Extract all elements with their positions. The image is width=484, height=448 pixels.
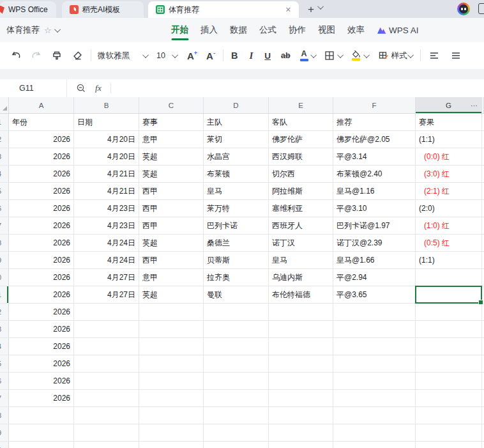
cell-C2[interactable]: 意甲 <box>139 131 204 148</box>
cell-G14[interactable] <box>416 338 482 355</box>
column-header-A[interactable]: A <box>9 97 74 114</box>
cell-E13[interactable] <box>269 321 333 338</box>
cell-F16[interactable] <box>333 373 416 390</box>
cell-F20[interactable] <box>333 442 416 448</box>
cell-B3[interactable]: 4月20日 <box>74 148 139 166</box>
cell-B20[interactable] <box>74 442 139 448</box>
cell-G4[interactable]: (3:0) 红 <box>416 166 482 183</box>
cell-C15[interactable] <box>139 355 204 373</box>
undo-button[interactable] <box>10 50 22 61</box>
cell-D17[interactable] <box>204 390 269 407</box>
cell-B9[interactable]: 4月24日 <box>74 252 139 269</box>
row-header-16[interactable]: 16 <box>0 373 9 390</box>
menu-collaborate[interactable]: 协作 <box>289 18 306 42</box>
borders-chevron-down-icon[interactable] <box>337 52 344 58</box>
cell-E3[interactable]: 西汉姆联 <box>269 148 333 166</box>
cell-C10[interactable]: 意甲 <box>139 269 204 286</box>
redo-button[interactable] <box>31 50 42 61</box>
cell-B10[interactable]: 4月27日 <box>74 269 139 286</box>
cell-F11[interactable]: 平@3.65 <box>333 286 416 304</box>
cell-F4[interactable]: 布莱顿@2.40 <box>333 166 416 183</box>
row-header-9[interactable]: 9 <box>0 252 9 269</box>
cell-G19[interactable] <box>416 424 482 442</box>
cell-D5[interactable]: 皇马 <box>204 183 269 200</box>
cell-G15[interactable] <box>416 355 482 373</box>
cell-G13[interactable] <box>416 321 482 338</box>
cell-F12[interactable] <box>333 304 416 321</box>
cell-D4[interactable]: 布莱顿 <box>204 166 269 183</box>
column-header-C[interactable]: C <box>139 97 204 114</box>
cell-G2[interactable]: (1:1) <box>416 131 482 148</box>
column-header-E[interactable]: E <box>269 97 333 114</box>
cell-C13[interactable] <box>139 321 204 338</box>
row-header-18[interactable]: 18 <box>0 407 9 424</box>
cell-B18[interactable] <box>74 407 139 424</box>
cell-E1[interactable]: 客队 <box>269 114 333 131</box>
window-control-icon[interactable] <box>478 3 484 14</box>
column-header-B[interactable]: B <box>74 97 139 114</box>
more-columns-indicator[interactable]: ⋯ <box>471 101 478 109</box>
row-header-14[interactable]: 14 <box>0 338 9 355</box>
formula-input[interactable] <box>111 79 484 97</box>
cell-E4[interactable]: 切尔西 <box>269 166 333 183</box>
cell-C1[interactable]: 赛事 <box>139 114 204 131</box>
cell-B7[interactable]: 4月23日 <box>74 217 139 235</box>
increase-font-size-button[interactable]: A+ <box>187 51 197 61</box>
menu-wps-ai[interactable]: WPS AI <box>377 18 419 42</box>
file-menu-chevron-down-icon[interactable] <box>54 26 61 33</box>
cell-C4[interactable]: 英超 <box>139 166 204 183</box>
row-header-5[interactable]: 5 <box>0 183 9 200</box>
cell-D18[interactable] <box>204 407 269 424</box>
cell-E16[interactable] <box>269 373 333 390</box>
cell-A19[interactable] <box>9 424 74 442</box>
cell-D11[interactable]: 曼联 <box>204 286 269 304</box>
cell-C18[interactable] <box>139 407 204 424</box>
column-header-D[interactable]: D <box>204 97 269 114</box>
column-header-G[interactable]: G⋯ <box>416 97 482 114</box>
font-color-button[interactable]: A <box>300 50 308 61</box>
cell-D3[interactable]: 水晶宫 <box>204 148 269 166</box>
cell-B14[interactable] <box>74 338 139 355</box>
row-header-2[interactable]: 2 <box>0 131 9 148</box>
cell-C12[interactable] <box>139 304 204 321</box>
cell-F8[interactable]: 诺丁汉@2.39 <box>333 235 416 252</box>
cell-D15[interactable] <box>204 355 269 373</box>
cell-B16[interactable] <box>74 373 139 390</box>
cell-G12[interactable] <box>416 304 482 321</box>
cell-B12[interactable] <box>74 304 139 321</box>
cell-F13[interactable] <box>333 321 416 338</box>
cell-G7[interactable]: (1:0) 红 <box>416 217 482 235</box>
cell-A18[interactable] <box>9 407 74 424</box>
cell-F6[interactable]: 平@3.10 <box>333 200 416 217</box>
cell-D19[interactable] <box>204 424 269 442</box>
new-tab-button[interactable]: + <box>308 4 314 15</box>
cell-D2[interactable]: 莱切 <box>204 131 269 148</box>
search-icon[interactable] <box>76 83 86 93</box>
close-tab-icon[interactable]: ✕ <box>285 6 291 13</box>
cell-F2[interactable]: 佛罗伦萨@2.05 <box>333 131 416 148</box>
cell-B11[interactable]: 4月27日 <box>74 286 139 304</box>
cell-D10[interactable]: 拉齐奥 <box>204 269 269 286</box>
tab-docer-ai-templates[interactable]: 稻壳AI模板 <box>62 1 144 18</box>
cell-G18[interactable] <box>416 407 482 424</box>
fill-handle[interactable] <box>478 300 483 305</box>
cell-A20[interactable] <box>9 442 74 448</box>
align-middle-button[interactable] <box>450 50 462 61</box>
cell-E15[interactable] <box>269 355 333 373</box>
align-top-button[interactable] <box>428 50 440 61</box>
cell-E18[interactable] <box>269 407 333 424</box>
cell-A3[interactable]: 2026 <box>9 148 74 166</box>
strikethrough-button[interactable]: ab <box>281 51 291 60</box>
cell-B6[interactable]: 4月23日 <box>74 200 139 217</box>
cell-C7[interactable]: 西甲 <box>139 217 204 235</box>
cell-A2[interactable]: 2026 <box>9 131 74 148</box>
fill-color-chevron-down-icon[interactable] <box>363 52 370 58</box>
cell-F9[interactable]: 皇马@1.66 <box>333 252 416 269</box>
cell-C9[interactable]: 西甲 <box>139 252 204 269</box>
cell-F7[interactable]: 巴列卡诺@1.97 <box>333 217 416 235</box>
favorite-star-icon[interactable]: ☆ <box>44 26 52 35</box>
cell-F18[interactable] <box>333 407 416 424</box>
cell-D13[interactable] <box>204 321 269 338</box>
cell-G3[interactable]: (0:0) 红 <box>416 148 482 166</box>
underline-button[interactable]: U <box>264 51 271 61</box>
